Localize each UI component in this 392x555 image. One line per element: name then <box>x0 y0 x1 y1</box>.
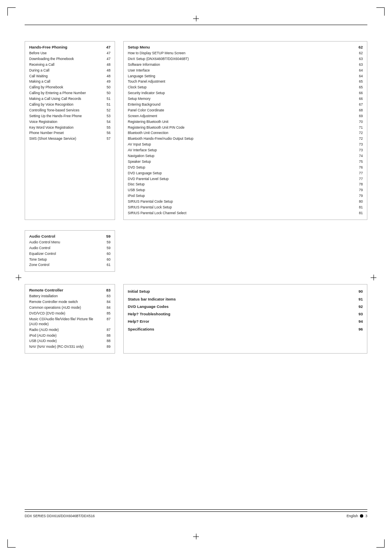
item-label: DVD Setup <box>128 165 355 170</box>
footer-right: English 3 <box>346 514 367 518</box>
setup-menu-item: Setup Memory66 <box>128 96 363 102</box>
corner-mark-br <box>376 539 385 548</box>
item-label: Radio (AUD mode) <box>29 328 102 333</box>
item-label: Bluetooth Unit Connection <box>128 131 355 136</box>
item-page: 80 <box>355 199 363 204</box>
item-label: Panel Color Coordinate <box>128 108 355 113</box>
right-bottom-item: Specifications96 <box>128 326 363 333</box>
right-bottom-item: Status bar Indicator items91 <box>128 296 363 303</box>
item-label: DivX Setup (DNX6460BT/DDX6046BT) <box>128 57 355 62</box>
setup-menu-item: Language Setting64 <box>128 74 363 79</box>
item-label: Clock Setup <box>128 85 355 90</box>
hands-free-items: Before Use47Downloading the Phonebook47R… <box>29 51 111 142</box>
item-page: 79 <box>355 188 363 193</box>
item-label: Common operations (AUD mode) <box>29 305 102 310</box>
setup-menu-item: Bluetooth Hands-Free/Audio Output Setup7… <box>128 136 363 142</box>
item-page: 48 <box>102 62 111 67</box>
item-label: Screen Adjustment <box>128 114 355 119</box>
item-label: Key Word Voice Registration <box>29 125 102 130</box>
item-page: 65 <box>355 79 363 84</box>
setup-menu-item: DVD Language Setup77 <box>128 171 363 176</box>
item-page: 81 <box>355 205 363 210</box>
item-page: 60 <box>102 252 111 257</box>
top-rule <box>25 25 367 25</box>
setup-menu-item: How to Display SETUP Menu Screen62 <box>128 51 363 56</box>
item-page: 96 <box>358 326 363 332</box>
setup-menu-item: DVD Setup76 <box>128 165 363 171</box>
item-page: 57 <box>102 136 111 141</box>
item-page: 70 <box>355 120 363 125</box>
item-label: Audio Control Menu <box>29 240 102 245</box>
audio-control-table: Audio Control 59 Audio Control Menu59Aud… <box>25 230 115 272</box>
corner-mark-bl <box>7 539 16 548</box>
item-label: Controlling Tone-based Services <box>29 108 102 113</box>
item-label: SMS (Short Message Service) <box>29 136 102 141</box>
hands-free-item: Making a Call49 <box>29 79 111 85</box>
setup-menu-title-label: Setup Menu <box>128 45 150 49</box>
hands-free-title: Hands-Free Phoning 47 <box>29 45 111 49</box>
item-label: Audio Control <box>29 246 102 251</box>
item-page: 60 <box>102 257 111 262</box>
item-page: 53 <box>102 114 111 119</box>
hands-free-item: Setting Up the Hands-Free Phone53 <box>29 113 111 119</box>
remote-controller-item: Battery installation83 <box>29 294 111 299</box>
setup-menu-item: Screen Adjustment69 <box>128 113 363 119</box>
item-label: Entering Background <box>128 102 355 107</box>
item-label: Before Use <box>29 51 102 56</box>
audio-control-item: Audio Control Menu59 <box>29 240 111 245</box>
item-label: SIRIUS Parental Lock Channel Select <box>128 211 355 216</box>
item-page: 66 <box>355 97 363 102</box>
setup-menu-item: Registering Bluetooth Unit70 <box>128 119 363 125</box>
item-label: Zone Control <box>29 263 102 268</box>
hands-free-item: Phone Number Preset56 <box>29 130 111 136</box>
item-label: Making a Call Using Call Records <box>29 97 102 102</box>
audio-control-title: Audio Control 59 <box>29 234 111 238</box>
item-label: DVD/VCD (DVD mode) <box>29 311 102 316</box>
hands-free-item: Calling by Entering a Phone Number50 <box>29 90 111 96</box>
item-page: 74 <box>355 154 363 159</box>
item-page: 87 <box>102 317 111 327</box>
audio-control-items: Audio Control Menu59Audio Control59Equal… <box>29 240 111 268</box>
item-label: Touch Panel Adjustment <box>128 79 355 84</box>
item-page: 54 <box>102 120 111 125</box>
setup-menu-item: DVD Parental Level Setup77 <box>128 176 363 182</box>
item-page: 51 <box>102 97 111 102</box>
right-bottom-item: Help? Error94 <box>128 318 363 325</box>
setup-menu-item: Entering Background67 <box>128 102 363 108</box>
footer: DDX SERIES DDX616/DDX6046BT/DDX516 Engli… <box>25 511 367 518</box>
hands-free-item: Making a Call Using Call Records51 <box>29 96 111 102</box>
item-label: Equalizer Control <box>29 252 102 257</box>
remote-controller-title-label: Remote Controller <box>29 288 63 292</box>
corner-mark-tl <box>7 7 16 16</box>
item-page: 83 <box>102 294 111 299</box>
item-label: SIRIUS Parental Code Setup <box>128 199 355 204</box>
item-label: DVD Language Codes <box>128 304 168 310</box>
remote-controller-items: Battery installation83Remote Controller … <box>29 294 111 350</box>
hands-free-title-page: 47 <box>106 45 111 49</box>
item-page: 51 <box>102 102 111 107</box>
item-label: Status bar Indicator items <box>128 296 176 302</box>
item-label: Registering Bluetooth Unit <box>128 120 355 125</box>
item-label: Initial Setup <box>128 289 150 294</box>
hands-free-item: Controlling Tone-based Services52 <box>29 108 111 113</box>
audio-control-item: Tone Setup60 <box>29 257 111 263</box>
setup-menu-title: Setup Menu 62 <box>128 45 363 49</box>
item-label: Battery installation <box>29 294 102 299</box>
item-page: 61 <box>102 263 111 268</box>
item-label: Receiving a Call <box>29 62 102 67</box>
item-page: 81 <box>355 211 363 216</box>
hands-free-item: Voice Registration54 <box>29 119 111 125</box>
item-page: 48 <box>102 68 111 73</box>
remote-controller-item: iPod (AUD mode)88 <box>29 333 111 339</box>
hands-free-item: SMS (Short Message Service)57 <box>29 136 111 142</box>
item-page: 69 <box>355 114 363 119</box>
item-page: 52 <box>102 108 111 113</box>
item-page: 67 <box>355 102 363 107</box>
setup-menu-item: User Interface64 <box>128 68 363 74</box>
top-section: Hands-Free Phoning 47 Before Use47Downlo… <box>25 41 367 220</box>
remote-controller-table: Remote Controller 83 Battery installatio… <box>25 284 115 354</box>
item-page: 64 <box>355 74 363 79</box>
right-bottom-item: DVD Language Codes92 <box>128 303 363 310</box>
item-label: Speaker Setup <box>128 160 355 164</box>
remote-controller-item: Remote Controller mode switch84 <box>29 299 111 305</box>
